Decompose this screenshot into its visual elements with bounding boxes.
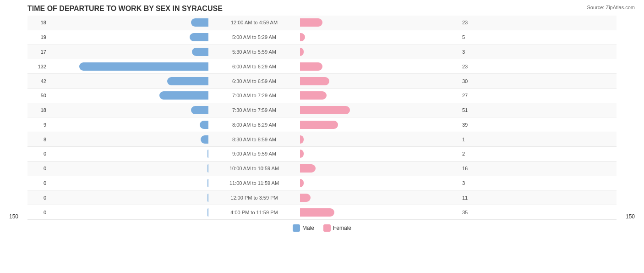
time-label: 8:30 AM to 8:59 AM (208, 137, 300, 142)
female-bar (300, 164, 316, 173)
right-bar-container (300, 106, 460, 114)
left-bar-container (48, 150, 208, 158)
chart-row: 0 12:00 PM to 3:59 PM 11 (27, 190, 617, 205)
left-value: 0 (27, 195, 48, 201)
chart-row: 0 11:00 AM to 11:59 AM 3 (27, 176, 617, 191)
legend-male: Male (293, 224, 314, 232)
male-bar (191, 106, 208, 114)
female-bar (300, 91, 327, 100)
time-label: 10:00 AM to 10:59 AM (208, 166, 300, 171)
right-bar-container (300, 77, 460, 85)
female-bar (300, 18, 322, 27)
left-value: 9 (27, 122, 48, 128)
right-bar-container (300, 194, 460, 202)
time-label: 5:00 AM to 5:29 AM (208, 34, 300, 40)
male-bar (201, 135, 208, 144)
left-value: 19 (27, 34, 48, 40)
left-bar-container (48, 48, 208, 56)
left-bar-container (48, 18, 208, 27)
left-value: 50 (27, 93, 48, 98)
right-bar-container (300, 164, 460, 173)
right-value: 1 (460, 137, 481, 142)
time-label: 11:00 AM to 11:59 AM (208, 180, 300, 186)
legend: Male Female (293, 224, 351, 232)
female-bar (300, 106, 350, 114)
time-label: 7:00 AM to 7:29 AM (208, 93, 300, 98)
left-bar-container (48, 62, 208, 71)
legend-female: Female (323, 224, 351, 232)
right-value: 3 (460, 49, 481, 55)
female-bar (300, 33, 305, 41)
chart-row: 9 8:00 AM to 8:29 AM 39 (27, 117, 617, 132)
right-value: 2 (460, 151, 481, 156)
left-value: 0 (27, 180, 48, 186)
female-bar (300, 62, 322, 71)
right-bar-container (300, 62, 460, 71)
chart-row: 18 12:00 AM to 4:59 AM 23 (27, 16, 617, 30)
left-value: 18 (27, 107, 48, 113)
time-label: 6:00 AM to 6:29 AM (208, 64, 300, 69)
chart-row: 18 7:30 AM to 7:59 AM 51 (27, 103, 617, 118)
right-value: 11 (460, 195, 481, 201)
rows-container: 18 12:00 AM to 4:59 AM 23 19 5:00 AM to … (27, 16, 617, 220)
male-bar (190, 33, 208, 41)
male-bar (79, 62, 208, 71)
female-bar (300, 121, 338, 129)
chart-row: 42 6:30 AM to 6:59 AM 30 (27, 74, 617, 89)
chart-area: 150 150 18 12:00 AM to 4:59 AM 23 19 5:0… (9, 16, 635, 234)
chart-row: 0 10:00 AM to 10:59 AM 16 (27, 162, 617, 176)
male-bar (192, 48, 208, 56)
male-bar (200, 121, 208, 129)
chart-row: 19 5:00 AM to 5:29 AM 5 (27, 30, 617, 45)
left-value: 42 (27, 78, 48, 84)
left-bar-container (48, 194, 208, 202)
left-value: 17 (27, 49, 48, 55)
right-bar-container (300, 135, 460, 144)
left-value: 8 (27, 137, 48, 142)
time-label: 5:30 AM to 5:59 AM (208, 49, 300, 55)
right-value: 23 (460, 20, 481, 25)
left-bar-container (48, 164, 208, 173)
male-swatch (293, 224, 300, 232)
female-bar (300, 208, 334, 217)
time-label: 9:00 AM to 9:59 AM (208, 151, 300, 156)
chart-row: 50 7:00 AM to 7:29 AM 27 (27, 89, 617, 103)
left-bar-container (48, 106, 208, 114)
time-label: 12:00 PM to 3:59 PM (208, 195, 300, 201)
female-bar (300, 48, 304, 56)
right-bar-container (300, 179, 460, 187)
chart-title: TIME OF DEPARTURE TO WORK BY SEX IN SYRA… (9, 5, 635, 13)
right-bar-container (300, 33, 460, 41)
legend-male-label: Male (302, 225, 314, 231)
left-bar-container (48, 33, 208, 41)
right-value: 5 (460, 34, 481, 40)
right-bar-container (300, 208, 460, 217)
left-bar-container (48, 77, 208, 85)
right-value: 30 (460, 78, 481, 84)
chart-row: 0 9:00 AM to 9:59 AM 2 (27, 147, 617, 162)
time-label: 4:00 PM to 11:59 PM (208, 210, 300, 215)
chart-row: 0 4:00 PM to 11:59 PM 35 (27, 205, 617, 220)
right-bar-container (300, 91, 460, 100)
right-value: 3 (460, 180, 481, 186)
female-bar (300, 77, 329, 85)
female-bar (300, 194, 311, 202)
male-bar (159, 91, 208, 100)
left-bar-container (48, 135, 208, 144)
legend-female-label: Female (333, 225, 351, 231)
male-bar (191, 18, 208, 27)
chart-row: 8 8:30 AM to 8:59 AM 1 (27, 132, 617, 147)
time-label: 7:30 AM to 7:59 AM (208, 107, 300, 113)
right-bar-container (300, 150, 460, 158)
chart-container: TIME OF DEPARTURE TO WORK BY SEX IN SYRA… (0, 0, 644, 273)
left-bar-container (48, 121, 208, 129)
chart-row: 17 5:30 AM to 5:59 AM 3 (27, 45, 617, 60)
left-bar-container (48, 179, 208, 187)
male-bar (167, 77, 208, 85)
right-value: 23 (460, 64, 481, 69)
left-value: 0 (27, 151, 48, 156)
left-value: 0 (27, 210, 48, 215)
time-label: 6:30 AM to 6:59 AM (208, 78, 300, 84)
female-bar (300, 179, 304, 187)
right-value: 16 (460, 166, 481, 171)
